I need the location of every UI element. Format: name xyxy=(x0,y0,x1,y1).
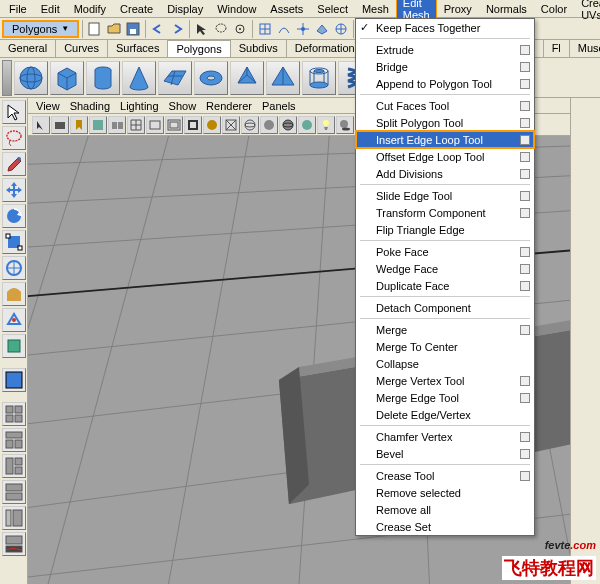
menu-crease-tool[interactable]: Crease Tool xyxy=(356,467,534,484)
outliner-layout-icon[interactable] xyxy=(2,506,26,530)
shadows-icon[interactable] xyxy=(336,116,354,134)
panel-lighting[interactable]: Lighting xyxy=(120,100,159,112)
menu-slide-edge-tool[interactable]: Slide Edge Tool xyxy=(356,187,534,204)
scale-tool-icon[interactable] xyxy=(2,230,26,254)
snap-point-icon[interactable] xyxy=(294,20,312,38)
menu-offset-edge-loop-tool[interactable]: Offset Edge Loop Tool xyxy=(356,148,534,165)
graph-layout-icon[interactable] xyxy=(2,532,26,556)
menu-create[interactable]: Create xyxy=(113,1,160,17)
menu-proxy[interactable]: Proxy xyxy=(437,1,479,17)
poly-prism-icon[interactable] xyxy=(230,61,264,95)
last-tool-icon[interactable] xyxy=(2,334,26,358)
four-view-icon[interactable] xyxy=(2,402,26,426)
tab-deformation[interactable]: Deformation xyxy=(287,40,364,57)
menu-collapse[interactable]: Collapse xyxy=(356,355,534,372)
poly-pyramid-icon[interactable] xyxy=(266,61,300,95)
panel-show[interactable]: Show xyxy=(169,100,197,112)
option-box-icon[interactable] xyxy=(520,281,530,291)
menu-mesh[interactable]: Mesh xyxy=(355,1,396,17)
poly-pipe-icon[interactable] xyxy=(302,61,336,95)
option-box-icon[interactable] xyxy=(520,135,530,145)
image-plane-icon[interactable] xyxy=(89,116,107,134)
menu-color[interactable]: Color xyxy=(534,1,574,17)
menu-transform-component[interactable]: Transform Component xyxy=(356,204,534,221)
option-box-icon[interactable] xyxy=(520,449,530,459)
menu-merge[interactable]: Merge xyxy=(356,321,534,338)
select-tool-icon[interactable] xyxy=(2,100,26,124)
snap-curve-icon[interactable] xyxy=(275,20,293,38)
field-chart-icon[interactable] xyxy=(203,116,221,134)
menu-merge-vertex-tool[interactable]: Merge Vertex Tool xyxy=(356,372,534,389)
grid-icon[interactable] xyxy=(127,116,145,134)
option-box-icon[interactable] xyxy=(520,191,530,201)
snap-grid-icon[interactable] xyxy=(256,20,274,38)
snap-live-icon[interactable] xyxy=(332,20,350,38)
camera-attr-icon[interactable] xyxy=(51,116,69,134)
single-view-icon[interactable] xyxy=(2,368,26,392)
option-box-icon[interactable] xyxy=(520,45,530,55)
new-scene-icon[interactable] xyxy=(86,20,104,38)
textured-icon[interactable] xyxy=(298,116,316,134)
redo-icon[interactable] xyxy=(168,20,186,38)
poly-cube-icon[interactable] xyxy=(50,61,84,95)
layout-b-icon[interactable] xyxy=(2,454,26,478)
menu-crease-set[interactable]: Crease Set xyxy=(356,518,534,535)
wireframe-icon[interactable] xyxy=(241,116,259,134)
option-box-icon[interactable] xyxy=(520,393,530,403)
bookmark-icon[interactable] xyxy=(70,116,88,134)
option-box-icon[interactable] xyxy=(520,118,530,128)
menu-file[interactable]: File xyxy=(2,1,34,17)
menu-cut-faces-tool[interactable]: Cut Faces Tool xyxy=(356,97,534,114)
menu-poke-face[interactable]: Poke Face xyxy=(356,243,534,260)
panel-panels[interactable]: Panels xyxy=(262,100,296,112)
option-box-icon[interactable] xyxy=(520,471,530,481)
res-gate-icon[interactable] xyxy=(165,116,183,134)
menu-wedge-face[interactable]: Wedge Face xyxy=(356,260,534,277)
menu-insert-edge-loop-tool[interactable]: Insert Edge Loop Tool xyxy=(356,131,534,148)
menu-remove-all[interactable]: Remove all xyxy=(356,501,534,518)
option-box-icon[interactable] xyxy=(520,101,530,111)
tab-fl[interactable]: Fl xyxy=(544,40,570,57)
layout-c-icon[interactable] xyxy=(2,480,26,504)
two-side-icon[interactable] xyxy=(108,116,126,134)
menu-keep-faces[interactable]: ✓ Keep Faces Together xyxy=(356,19,534,36)
tab-general[interactable]: General xyxy=(0,40,56,57)
tab-surfaces[interactable]: Surfaces xyxy=(108,40,168,57)
poly-torus-icon[interactable] xyxy=(194,61,228,95)
menu-merge-to-center[interactable]: Merge To Center xyxy=(356,338,534,355)
menu-display[interactable]: Display xyxy=(160,1,210,17)
option-box-icon[interactable] xyxy=(520,62,530,72)
option-box-icon[interactable] xyxy=(520,208,530,218)
menu-modify[interactable]: Modify xyxy=(67,1,113,17)
poly-plane-icon[interactable] xyxy=(158,61,192,95)
move-tool-icon[interactable] xyxy=(2,178,26,202)
menu-bevel[interactable]: Bevel xyxy=(356,445,534,462)
menu-duplicate-face[interactable]: Duplicate Face xyxy=(356,277,534,294)
mode-selector[interactable]: Polygons ▼ xyxy=(2,20,79,38)
menu-append-to-polygon-tool[interactable]: Append to Polygon Tool xyxy=(356,75,534,92)
menu-flip-triangle-edge[interactable]: Flip Triangle Edge xyxy=(356,221,534,238)
option-box-icon[interactable] xyxy=(520,152,530,162)
open-scene-icon[interactable] xyxy=(105,20,123,38)
gate-mask-icon[interactable] xyxy=(184,116,202,134)
menu-detach-component[interactable]: Detach Component xyxy=(356,299,534,316)
tab-subdivs[interactable]: Subdivs xyxy=(231,40,287,57)
lasso-tool-icon[interactable] xyxy=(2,126,26,150)
film-gate-icon[interactable] xyxy=(146,116,164,134)
menu-create-uvs[interactable]: Create UVs xyxy=(574,0,600,23)
menu-remove-selected[interactable]: Remove selected xyxy=(356,484,534,501)
poly-sphere-icon[interactable] xyxy=(14,61,48,95)
option-box-icon[interactable] xyxy=(520,325,530,335)
menu-delete-edge-vertex[interactable]: Delete Edge/Vertex xyxy=(356,406,534,423)
menu-split-polygon-tool[interactable]: Split Polygon Tool xyxy=(356,114,534,131)
use-lights-icon[interactable] xyxy=(317,116,335,134)
paint-tool-icon[interactable] xyxy=(2,152,26,176)
poly-cone-icon[interactable] xyxy=(122,61,156,95)
menu-edit[interactable]: Edit xyxy=(34,1,67,17)
option-box-icon[interactable] xyxy=(520,376,530,386)
tab-muscle[interactable]: Muscle xyxy=(570,40,600,57)
manipulator-icon[interactable] xyxy=(2,256,26,280)
menu-window[interactable]: Window xyxy=(210,1,263,17)
option-box-icon[interactable] xyxy=(520,79,530,89)
snap-plane-icon[interactable] xyxy=(313,20,331,38)
